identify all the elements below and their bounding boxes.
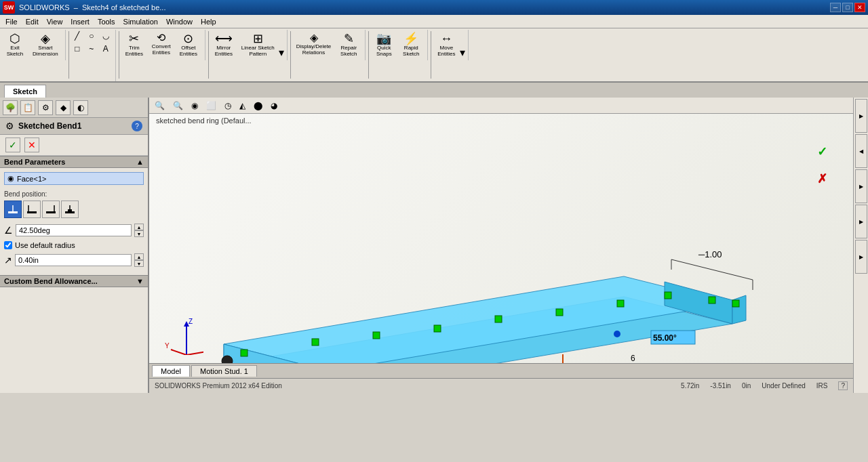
move-dropdown-arrow[interactable]: ▾ xyxy=(460,46,465,59)
menu-simulation[interactable]: Simulation xyxy=(119,16,162,27)
display-style-btn[interactable]: ⬤ xyxy=(251,100,265,112)
right-panel-btn4[interactable]: ▶ xyxy=(855,205,867,238)
face-value: Face<1> xyxy=(17,175,46,183)
menu-window[interactable]: Window xyxy=(162,16,197,27)
menu-view[interactable]: View xyxy=(43,16,67,27)
view-orient-btn[interactable]: ◷ xyxy=(222,100,234,112)
property-mgr-icon[interactable]: 📋 xyxy=(20,100,35,115)
svg-rect-19 xyxy=(495,316,502,322)
exit-sketch-button[interactable]: ⬡ ExitSketch xyxy=(1,30,28,60)
svg-rect-20 xyxy=(556,309,563,316)
bend-pos-4[interactable] xyxy=(61,201,79,218)
menu-tools[interactable]: Tools xyxy=(94,16,119,27)
document-title: Sketch4 of sketched be... xyxy=(82,3,166,12)
text-tool[interactable]: A xyxy=(99,43,113,55)
appearance-icon[interactable]: ◐ xyxy=(73,100,88,115)
move-icon: ↔ xyxy=(440,33,452,45)
svg-rect-4 xyxy=(46,211,56,213)
move-label: MoveEntities xyxy=(437,45,455,58)
bend-pos-2[interactable] xyxy=(23,201,41,218)
menu-insert[interactable]: Insert xyxy=(66,16,94,27)
right-panel-btn1[interactable]: ▶ xyxy=(855,99,867,133)
svg-text:Z: Z xyxy=(189,318,193,325)
confirm-buttons: ✓ ✗ xyxy=(811,141,833,190)
offset-entities-button[interactable]: ⊙ OffsetEntities xyxy=(175,30,202,60)
svg-rect-18 xyxy=(434,325,441,332)
menu-file[interactable]: File xyxy=(1,16,22,27)
custom-bend-header[interactable]: Custom Bend Allowance... ▼ xyxy=(0,275,148,287)
svg-text:─1.00: ─1.00 xyxy=(698,249,722,259)
section-view-btn[interactable]: ◭ xyxy=(237,100,248,112)
angle-down[interactable]: ▼ xyxy=(134,230,144,237)
quick-snaps-button[interactable]: 📷 QuickSnaps xyxy=(370,30,397,60)
toolbar-group-basic: ⬡ ExitSketch ◈ SmartDimension xyxy=(1,30,66,60)
zoom-in-btn[interactable]: 🔍 xyxy=(170,100,186,112)
offset-icon: ⊙ xyxy=(183,33,193,45)
pan-btn[interactable]: ⬜ xyxy=(203,100,219,112)
zoom-out-btn[interactable]: 🔍 xyxy=(152,100,167,112)
statusbar-help[interactable]: ? xyxy=(838,381,848,390)
angle-input[interactable] xyxy=(16,224,132,236)
maximize-button[interactable]: □ xyxy=(842,3,853,12)
coord-y: -3.51in xyxy=(710,382,731,390)
pattern-dropdown-arrow[interactable]: ▾ xyxy=(279,46,284,59)
close-button[interactable]: ✕ xyxy=(854,3,865,12)
feature-tree-icon[interactable]: 🌳 xyxy=(3,100,18,115)
config-mgr-icon[interactable]: ⚙ xyxy=(38,100,53,115)
rapid-sketch-button[interactable]: ⚡ RapidSketch xyxy=(397,30,425,60)
display-relations-icon: ◈ xyxy=(310,33,318,43)
model-tab[interactable]: Model xyxy=(152,365,190,377)
linear-sketch-pattern-button[interactable]: ⊞ Linear SketchPattern xyxy=(237,30,279,60)
radius-down[interactable]: ▼ xyxy=(134,260,144,267)
rotate-btn[interactable]: ◉ xyxy=(189,100,201,112)
arc-tool[interactable]: ◡ xyxy=(99,30,113,42)
default-radius-checkbox[interactable] xyxy=(4,241,12,249)
spline-tool[interactable]: ~ xyxy=(85,43,98,55)
trim-entities-button[interactable]: ✂ TrimEntities xyxy=(121,30,148,60)
menu-help[interactable]: Help xyxy=(197,16,220,27)
right-panel-btn2[interactable]: ◀ xyxy=(855,134,867,168)
bend-parameters-header[interactable]: Bend Parameters ▲ xyxy=(0,156,148,168)
face-selector[interactable]: ◉ Face<1> xyxy=(4,172,144,185)
menu-edit[interactable]: Edit xyxy=(22,16,43,27)
panel-title: Sketched Bend1 xyxy=(18,121,81,131)
line-tool[interactable]: ╱ xyxy=(71,30,84,42)
bend-pos-1[interactable] xyxy=(4,201,22,218)
window-controls[interactable]: ─ □ ✕ xyxy=(830,3,865,12)
move-entities-button[interactable]: ↔ MoveEntities xyxy=(433,30,460,60)
circle-tool[interactable]: ○ xyxy=(85,30,98,42)
right-panel-btn3[interactable]: ▶ xyxy=(855,169,867,203)
viewport: 🔍 🔍 ◉ ⬜ ◷ ◭ ⬤ ◕ sketched bend ring (Defa… xyxy=(149,98,853,393)
bend-pos-3[interactable] xyxy=(42,201,60,218)
view-more-btn[interactable]: ◕ xyxy=(268,100,280,112)
right-panel: ▶ ◀ ▶ ▶ ▶ xyxy=(853,98,868,393)
motion-study-tab[interactable]: Motion Stud. 1 xyxy=(191,365,257,377)
help-button[interactable]: ? xyxy=(132,121,142,131)
radius-up[interactable]: ▲ xyxy=(134,253,144,260)
rect-tool[interactable]: □ xyxy=(71,43,84,55)
svg-rect-2 xyxy=(27,211,37,213)
ok-button[interactable]: ✓ xyxy=(5,138,20,152)
right-panel-btn5[interactable]: ▶ xyxy=(855,240,867,274)
toolbar-group-pattern: ⟷ MirrorEntities ⊞ Linear SketchPattern … xyxy=(210,30,288,60)
dim-expert-icon[interactable]: ◆ xyxy=(56,100,71,115)
cancel-button[interactable]: ✕ xyxy=(24,138,39,152)
angle-up[interactable]: ▲ xyxy=(134,224,144,230)
viewport-toolbar: 🔍 🔍 ◉ ⬜ ◷ ◭ ⬤ ◕ xyxy=(149,98,853,114)
viewport-canvas[interactable]: sketched bend ring (Defaul... ✓ ✗ xyxy=(149,114,853,393)
svg-text:Y: Y xyxy=(165,342,170,350)
repair-sketch-button[interactable]: ✎ RepairSketch xyxy=(335,30,362,60)
display-delete-relations-button[interactable]: ◈ Display/DeleteRelations xyxy=(292,30,336,59)
mirror-entities-button[interactable]: ⟷ MirrorEntities xyxy=(210,30,237,60)
bend-position-group xyxy=(4,201,144,218)
convert-entities-button[interactable]: ⟲ ConvertEntities xyxy=(148,30,175,59)
separator2 xyxy=(119,31,119,79)
viewport-ok-button[interactable]: ✓ xyxy=(811,141,833,163)
minimize-button[interactable]: ─ xyxy=(830,3,841,12)
sketch-tab[interactable]: Sketch xyxy=(4,85,46,98)
smart-dimension-button[interactable]: ◈ SmartDimension xyxy=(28,30,62,60)
radius-input[interactable] xyxy=(15,254,132,266)
viewport-cancel-button[interactable]: ✗ xyxy=(811,168,833,190)
svg-rect-23 xyxy=(709,297,715,303)
svg-rect-8 xyxy=(68,209,72,211)
